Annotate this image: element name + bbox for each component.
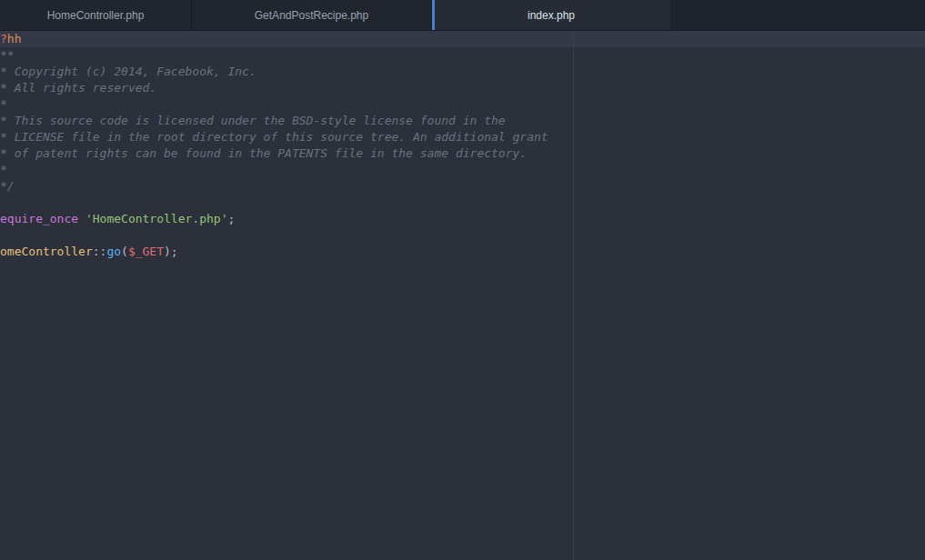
code-token: * All rights reserved.	[0, 81, 156, 95]
code-token: equire_once	[0, 212, 78, 225]
code-token: **	[0, 48, 15, 62]
code-token: * of patent rights can be found in the P…	[0, 146, 527, 160]
tab-bar-filler	[670, 0, 925, 30]
code-token: (	[121, 245, 128, 258]
code-token: go	[106, 245, 121, 258]
code-token: omeController	[0, 245, 93, 258]
tab-bar: HomeController.php GetAndPostRecipe.php …	[0, 0, 925, 31]
code-line: *	[0, 162, 548, 178]
tab-getandpostrecipe[interactable]: GetAndPostRecipe.php	[192, 0, 432, 30]
code-line: * All rights reserved.	[0, 80, 548, 96]
code-line: * This source code is licensed under the…	[0, 113, 548, 129]
wrap-guide-ruler	[573, 31, 574, 560]
code-content: ?hh*** Copyright (c) 2014, Facebook, Inc…	[0, 31, 548, 260]
code-line	[0, 227, 548, 244]
code-line: * Copyright (c) 2014, Facebook, Inc.	[0, 64, 548, 80]
code-token: * LICENSE file in the root directory of …	[0, 130, 548, 144]
code-line: */	[0, 178, 548, 195]
tab-label: GetAndPostRecipe.php	[255, 9, 368, 22]
tab-homecontroller[interactable]: HomeController.php	[0, 0, 192, 30]
code-line	[0, 195, 548, 211]
code-line: ?hh	[0, 31, 548, 47]
code-token: hh	[7, 32, 22, 45]
code-token: ::	[93, 245, 107, 258]
code-line: omeController::go($_GET);	[0, 244, 548, 260]
editor-pane[interactable]: ?hh*** Copyright (c) 2014, Facebook, Inc…	[0, 31, 925, 560]
code-editor-window: HomeController.php GetAndPostRecipe.php …	[0, 0, 925, 560]
tab-label: HomeController.php	[47, 9, 145, 22]
tab-label: index.php	[528, 9, 575, 22]
code-line: *	[0, 96, 548, 113]
code-token	[78, 212, 85, 225]
code-token: *	[0, 97, 7, 111]
code-token: ;	[227, 212, 235, 225]
code-token: 'HomeController.php'	[85, 212, 228, 225]
code-line: * LICENSE file in the root directory of …	[0, 129, 548, 145]
code-token: * Copyright (c) 2014, Facebook, Inc.	[0, 65, 256, 78]
code-token: *	[0, 163, 7, 176]
code-token: * This source code is licensed under the…	[0, 114, 506, 127]
code-line: **	[0, 47, 548, 64]
code-token: ?	[0, 32, 7, 45]
code-line: equire_once 'HomeController.php';	[0, 211, 548, 227]
tab-index-active[interactable]: index.php	[432, 0, 670, 30]
code-token: );	[164, 245, 178, 258]
code-token: $_GET	[128, 245, 164, 258]
active-tab-accent-bar	[432, 0, 435, 30]
code-token: */	[0, 179, 15, 193]
code-line: * of patent rights can be found in the P…	[0, 145, 548, 162]
